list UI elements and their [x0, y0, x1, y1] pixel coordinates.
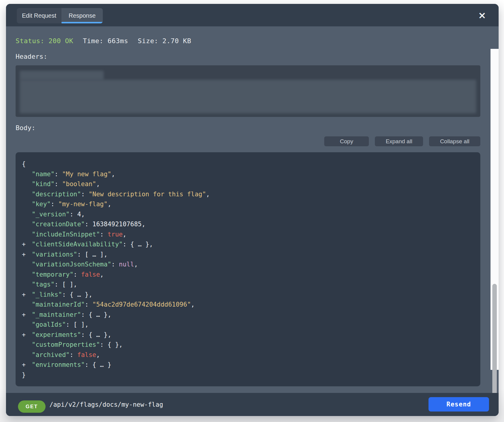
code-token: : [70, 211, 77, 218]
tabbar: Edit Request Response [17, 8, 103, 23]
code-line: +"_maintainer": { … }, [22, 310, 474, 320]
expand-toggle[interactable]: + [22, 330, 30, 340]
code-token: , [142, 221, 146, 228]
expand-toggle[interactable]: + [22, 239, 30, 250]
headers-box [16, 65, 480, 117]
code-token: : [111, 261, 119, 268]
code-token: , [111, 171, 115, 178]
code-token: "my-new-flag" [58, 201, 108, 208]
code-token: false [77, 351, 96, 358]
code-token: "name" [32, 171, 55, 178]
code-line: +"experiments": { … }, [22, 330, 474, 340]
code-token: "creationDate" [32, 221, 85, 228]
code-line: "maintainerId": "54ac2d97de674204ddd6109… [22, 300, 474, 310]
code-line: "creationDate": 1638492107685, [22, 219, 474, 230]
expand-toggle[interactable]: + [22, 360, 30, 370]
code-token: : { … }, [81, 331, 111, 338]
code-token: , [123, 231, 126, 238]
code-line: "customProperties": { }, [22, 340, 474, 350]
tab-edit-request-label: Edit Request [22, 12, 56, 19]
code-token: 4 [77, 211, 81, 218]
code-token: "_maintainer" [32, 311, 81, 318]
tab-response[interactable]: Response [61, 8, 103, 23]
expand-toggle[interactable]: + [22, 310, 30, 320]
response-status: Status: 200 OK [16, 37, 73, 45]
code-token: "maintainerId" [32, 301, 85, 308]
code-token: "My new flag" [62, 171, 111, 178]
code-line: } [22, 370, 474, 380]
code-token: , [96, 351, 100, 358]
body-toolbar: Copy Expand all Collapse all [324, 136, 480, 146]
code-token: "boolean" [62, 180, 96, 188]
code-token: "key" [32, 201, 51, 208]
code-token: : { … }, [81, 311, 111, 318]
code-token: 1638492107685 [92, 221, 141, 228]
expand-toggle[interactable]: + [22, 290, 30, 300]
method-badge: GET [18, 400, 46, 413]
code-token: "New description for this flag" [89, 191, 206, 198]
code-token: false [81, 271, 100, 278]
code-line: "variationJsonSchema": null, [22, 260, 474, 270]
code-token: "customProperties" [32, 341, 100, 348]
code-token: , [108, 201, 111, 208]
response-modal: Edit Request Response × Status: 200 OK T… [6, 4, 499, 416]
code-token: "clientSideAvailability" [32, 241, 123, 248]
code-token: , [100, 271, 104, 278]
code-token: : [85, 221, 92, 228]
header-bar: Edit Request Response × [6, 4, 499, 26]
scrollbar-track[interactable] [491, 49, 499, 370]
code-line: "key": "my-new-flag", [22, 199, 474, 210]
code-token: : [51, 201, 58, 208]
code-token: "description" [32, 191, 81, 198]
code-line: +"_links": { … }, [22, 290, 474, 300]
code-token: : [81, 191, 88, 198]
code-line: "goalIds": [ ], [22, 320, 474, 330]
code-token: "_links" [32, 291, 62, 298]
copy-button[interactable]: Copy [324, 136, 369, 146]
code-token: : [55, 180, 62, 188]
resend-button[interactable]: Resend [428, 397, 489, 412]
headers-label: Headers: [16, 53, 47, 60]
code-token: : { … }, [123, 241, 153, 248]
json-body-panel: {"name": "My new flag","kind": "boolean"… [16, 152, 480, 386]
response-size: Size: 2.70 KB [138, 37, 191, 45]
code-token: "_version" [32, 211, 70, 218]
close-button[interactable]: × [476, 10, 488, 21]
code-token: , [206, 191, 210, 198]
tab-edit-request[interactable]: Edit Request [17, 8, 61, 23]
request-path: /api/v2/flags/docs/my-new-flag [49, 393, 163, 416]
tab-active-indicator [61, 22, 103, 23]
tab-response-label: Response [69, 12, 96, 19]
code-line: "_version": 4, [22, 210, 474, 220]
redacted-headers-content [20, 80, 476, 113]
code-token: "includeInSnippet" [32, 231, 100, 238]
code-token: "goalIds" [32, 321, 66, 328]
code-token: : [100, 231, 108, 238]
code-token: "kind" [32, 180, 55, 188]
code-token: "54ac2d97de674204ddd61096" [92, 301, 191, 308]
code-line: "kind": "boolean", [22, 179, 474, 189]
body-label: Body: [16, 124, 35, 132]
code-token: : [55, 171, 62, 178]
code-token: : { … } [85, 361, 111, 368]
status-row: Status: 200 OK Time: 663ms Size: 2.70 KB [16, 37, 191, 45]
redacted-headers-content [20, 71, 104, 80]
code-token: : [ … ], [77, 251, 108, 258]
code-token: : [ ], [55, 281, 77, 288]
code-line: "archived": false, [22, 350, 474, 360]
code-line: "name": "My new flag", [22, 169, 474, 180]
code-token: { [22, 160, 26, 168]
code-token: , [96, 180, 100, 188]
code-token: "experiments" [32, 331, 81, 338]
code-token: : { … }, [62, 291, 92, 298]
code-line: +"environments": { … } [22, 360, 474, 370]
expand-toggle[interactable]: + [22, 250, 30, 260]
code-token: "temporary" [32, 271, 73, 278]
collapse-all-button[interactable]: Collapse all [429, 136, 480, 146]
expand-all-button[interactable]: Expand all [375, 136, 423, 146]
code-token: : [85, 301, 92, 308]
code-token: "variationJsonSchema" [32, 261, 111, 268]
code-token: , [81, 211, 85, 218]
code-token: } [22, 371, 26, 379]
code-token: true [108, 231, 123, 238]
